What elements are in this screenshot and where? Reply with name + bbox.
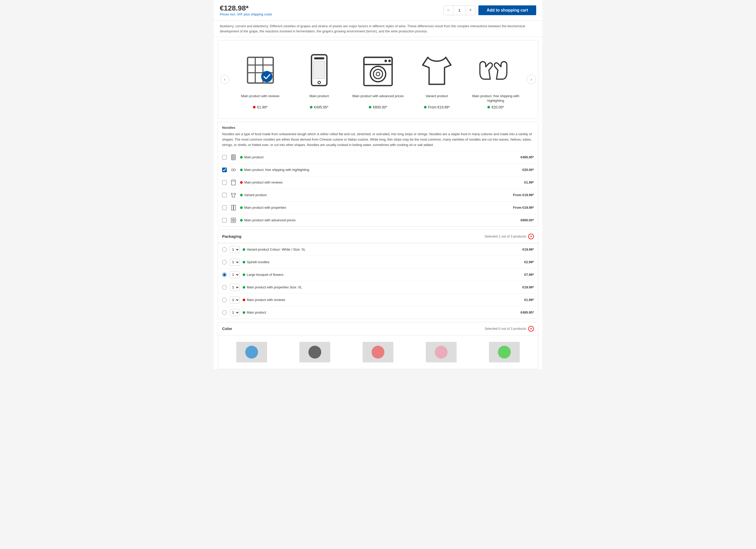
svg-point-35 <box>435 346 448 359</box>
noodles-row-0: Main product €495.95* <box>218 151 538 163</box>
svg-point-13 <box>384 60 387 62</box>
pkg-radio-5[interactable] <box>222 310 227 315</box>
pkg-label-5: Main product <box>247 311 266 314</box>
qty-increase-button[interactable]: + <box>466 6 475 15</box>
noodles-checkbox-1[interactable] <box>222 167 227 172</box>
svg-point-16 <box>376 72 380 76</box>
noodles-row-name-5: Main product with advanced prices <box>240 218 517 222</box>
price-block: €128.98* Prices incl. VAT plus shipping … <box>220 4 272 16</box>
pkg-label-3: Main product with properties Size: XL <box>247 285 302 289</box>
svg-rect-29 <box>231 218 236 222</box>
pkg-radio-0[interactable] <box>222 247 227 252</box>
pkg-dot-4 <box>243 299 245 301</box>
color-item-4[interactable] <box>475 340 534 365</box>
noodles-title: Noodles <box>222 125 534 130</box>
noodles-row-name-3: Variant product <box>240 193 510 197</box>
carousel-price-value-3: From €19.99* <box>428 105 450 109</box>
qty-input[interactable] <box>453 6 466 15</box>
carousel-dot-4 <box>487 106 490 108</box>
pkg-qty-5[interactable]: 123 <box>230 309 240 316</box>
svg-rect-28 <box>234 205 235 210</box>
color-thumb-3 <box>426 342 457 363</box>
color-section: Color Selected 0 out of 3 products × <box>218 322 538 369</box>
color-clear-button[interactable]: × <box>528 326 534 332</box>
noodles-row-name-0: Main product <box>240 155 517 159</box>
vat-link[interactable]: Prices incl. VAT plus shipping costs <box>220 12 272 16</box>
carousel-dot-3 <box>424 106 427 108</box>
noodles-row-label-4: Main product with properties <box>244 205 286 209</box>
carousel-inner: Main product with reviews €1.99* <box>218 40 538 118</box>
noodles-checkbox-4[interactable] <box>222 205 227 210</box>
svg-rect-27 <box>231 205 233 210</box>
color-item-1[interactable] <box>285 340 344 365</box>
carousel-prev-button[interactable]: ‹ <box>220 75 229 84</box>
pkg-dot-2 <box>243 273 245 276</box>
noodles-row-label-3: Variant product <box>244 193 267 197</box>
carousel-price-value-0: €1.99* <box>257 105 267 109</box>
svg-point-24 <box>233 169 235 171</box>
pkg-name-2: Large bouquet of flowers <box>243 273 521 277</box>
carousel-name-3: Variant product <box>426 94 448 103</box>
carousel-item-4[interactable]: Main product, free shipping with highlig… <box>466 45 525 113</box>
noodles-row-price-2: €1.99* <box>524 180 534 184</box>
svg-rect-9 <box>314 61 325 79</box>
main-price: €128.98* <box>220 4 272 12</box>
noodles-row-name-2: Main product with reviews <box>240 180 521 184</box>
pkg-qty-2[interactable]: 123 <box>230 271 240 279</box>
noodles-row-icon-1 <box>230 166 237 173</box>
color-items <box>218 336 538 369</box>
noodles-row-name-1: Main product, free shipping with highlig… <box>240 168 519 172</box>
carousel-item-wrap-2: Main product with advanced prices €800.0… <box>352 50 404 109</box>
pkg-name-4: Main product with reviews <box>243 298 521 302</box>
pkg-qty-0[interactable]: 123 <box>230 246 240 253</box>
packaging-badge: Selected 1 out of 3 products × <box>485 233 534 239</box>
carousel-item-0[interactable]: Main product with reviews €1.99* <box>231 45 290 113</box>
noodles-checkbox-2[interactable] <box>222 180 227 185</box>
carousel-price-2: €800.00* <box>369 105 387 109</box>
noodles-checkbox-3[interactable] <box>222 193 227 197</box>
carousel-price-1: €495.95* <box>310 105 328 109</box>
noodles-row-label-5: Main product with advanced prices <box>244 218 296 222</box>
carousel-item-2[interactable]: Main product with advanced prices €800.0… <box>348 45 407 113</box>
packaging-clear-button[interactable]: × <box>528 233 534 239</box>
carousel-icon-0 <box>240 50 281 91</box>
pkg-qty-3[interactable]: 123 <box>230 284 240 291</box>
carousel-price-value-4: €20.00* <box>492 105 504 109</box>
noodles-row-icon-3 <box>230 191 237 199</box>
noodles-row-icon-0 <box>230 154 237 161</box>
svg-point-31 <box>233 220 234 221</box>
svg-point-36 <box>498 346 511 359</box>
noodles-row-2: Main product with reviews €1.99* <box>218 176 538 189</box>
pkg-qty-1[interactable]: 123 <box>230 258 240 266</box>
qty-decrease-button[interactable]: − <box>444 6 453 15</box>
carousel-item-1[interactable]: Main product €495.95* <box>290 45 348 113</box>
pkg-radio-1[interactable] <box>222 260 227 264</box>
color-thumb-0 <box>236 342 267 363</box>
pkg-dot-3 <box>243 286 245 289</box>
color-item-3[interactable] <box>412 340 471 365</box>
noodles-section: Noodles Noodles are a type of food made … <box>218 122 538 226</box>
noodles-row-price-3: From €19.99* <box>513 193 534 197</box>
pkg-radio-2[interactable] <box>222 272 227 277</box>
carousel-next-button[interactable]: › <box>527 75 536 84</box>
pkg-dot-1 <box>243 261 245 263</box>
carousel-icon-3 <box>416 50 457 91</box>
color-item-2[interactable] <box>348 340 408 365</box>
noodles-checkbox-0[interactable] <box>222 155 227 160</box>
noodles-row-dot-5 <box>240 219 243 221</box>
pkg-label-4: Main product with reviews <box>247 298 285 302</box>
pkg-qty-4[interactable]: 123 <box>230 297 240 304</box>
color-selected-text: Selected 0 out of 3 products <box>485 327 526 331</box>
carousel-dot-1 <box>310 106 313 108</box>
carousel-name-2: Main product with advanced prices <box>352 94 404 103</box>
pkg-radio-4[interactable] <box>222 298 227 302</box>
carousel-item-3[interactable]: Variant product From €19.99* <box>408 45 466 113</box>
pkg-radio-3[interactable] <box>222 285 227 290</box>
noodles-desc-text: Noodles are a type of food made from unl… <box>222 132 532 147</box>
pkg-name-5: Main product <box>243 311 517 314</box>
add-to-cart-button[interactable]: Add to shopping cart <box>478 5 536 15</box>
pkg-row-1: 123 Spirelli noodles €2.99* <box>218 256 538 268</box>
qty-control: − + <box>443 5 475 15</box>
noodles-checkbox-5[interactable] <box>222 218 227 222</box>
color-item-0[interactable] <box>222 340 281 365</box>
